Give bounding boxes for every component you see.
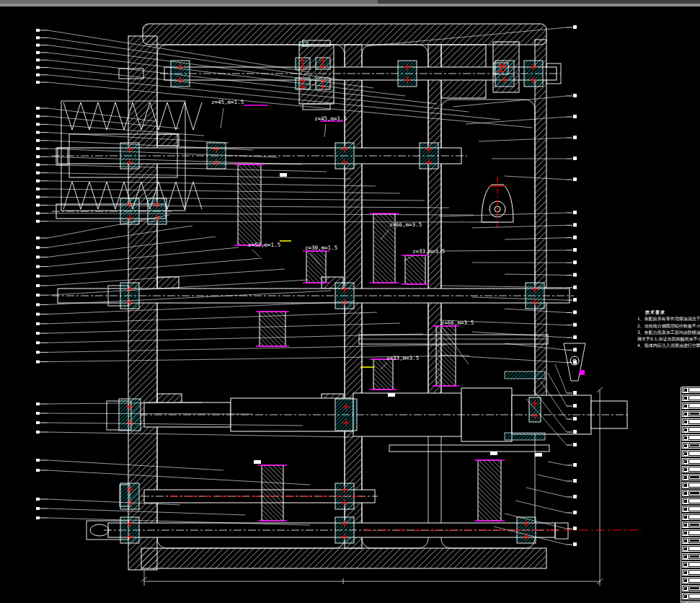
parts-table-text-blob [689,515,700,519]
parts-table-text-blob [689,507,700,511]
parts-table-row [682,521,700,528]
parts-table-item-number [683,483,688,488]
parts-table-row [682,514,700,520]
parts-table-row [682,569,700,576]
gear-spec-annotation: z=33,m=3.5 [386,355,419,361]
parts-table-item-number [683,594,688,599]
parts-table-text-blob [689,459,700,463]
gear-spec-annotation: z=52,m=1.5 [248,242,280,248]
parts-table-item-number [683,554,688,559]
parts-table-item-number [683,395,688,400]
tech-requirement-item: 1、装配前所有零件用煤油清洗干净(滚动轴承用汽油); [637,315,700,322]
cad-application-viewport: z=45,m=1.5z=45,m=1.5z=66,m=3.5z=33,m=3.5… [0,0,700,603]
gear-spec-annotation: z=45,m=1.5 [211,99,244,105]
parts-table-row [682,466,700,472]
gearbox-assembly-drawing[interactable]: z=45,m=1.5z=45,m=1.5z=66,m=3.5z=33,m=3.5… [0,0,700,603]
parts-table-text-blob [689,436,700,439]
parts-table-text-blob [689,483,700,487]
parts-table-text-blob [689,555,700,558]
parts-table-row [682,482,700,488]
parts-table-item-number [683,435,688,440]
parts-table-item-number [683,498,688,503]
parts-table-text-blob [689,396,700,400]
gear-spec-annotation: z=33,m=3.5 [412,248,445,255]
parts-table-text-blob [689,563,700,566]
gears [234,164,505,521]
parts-table-item-number [683,459,688,464]
parts-table-text-blob [689,539,700,542]
parts-table-text-blob [689,523,700,527]
parts-table-row [682,490,700,496]
parts-table-text-blob [689,388,700,392]
parts-table-text-blob [689,412,700,415]
parts-table-item-number [683,506,688,511]
parts-table-row [682,426,700,433]
parts-table-row [682,506,700,512]
parts-table-row [682,474,700,480]
parts-table-text-blob [689,404,700,408]
parts-table-item-number [683,411,688,416]
tech-requirement-item: 4、箱体内应注入润滑油进行空载试验。 [637,342,700,348]
parts-table-row [682,402,700,409]
parts-table-item-number [683,522,688,527]
parts-table-item-number [683,546,688,551]
parts-table-text-blob [689,467,700,471]
parts-table-text-blob [689,491,700,495]
parts-table-row [682,529,700,536]
parts-table-item-number [683,514,688,519]
parts-table-item-number [683,562,688,567]
gear-spec-annotation: z=45,m=1.5 [314,115,347,122]
tech-requirements-title: 技术要求 [645,309,700,315]
tech-requirement-item: 3、各配合面及加工面均涂防锈油调整垫片调整间隙不 [637,329,700,335]
parts-table-text-blob [689,428,700,431]
parts-table-item-number [683,530,688,535]
gear-spec-annotation: z=66,m=3.5 [389,221,422,228]
parts-table-text-blob [689,571,700,574]
parts-table-row [682,442,700,449]
parts-table-text-blob [689,586,700,590]
parts-table-row [682,545,700,552]
parts-table-row [682,434,700,441]
parts-table-text-blob [689,420,700,423]
parts-table-row [682,593,700,599]
parts-table-row [682,458,700,465]
parts-table-item-number [683,586,688,591]
parts-table-row [682,553,700,560]
parts-table-row [682,450,700,457]
parts-table-text-blob [689,499,700,503]
parts-table-item-number [683,538,688,543]
parts-table-text-blob [689,547,700,550]
parts-table-text-blob [689,578,700,582]
parts-table-item-number [683,427,688,432]
parts-table-row [682,410,700,417]
parts-table-item-number [683,403,688,408]
parts-table-item-number [683,490,688,496]
parts-table-text-blob [689,475,700,479]
parts-table-text-blob [689,531,700,534]
parts-table-text-blob [689,444,700,447]
gear-spec-annotation: z=30,m=1.5 [305,245,337,251]
parts-table-row [682,537,700,544]
parts-table-item-number [683,443,688,448]
parts-table-row [682,585,700,591]
gear-spec-annotation: z=66,m=3.5 [441,320,474,326]
parts-table-item-number [683,419,688,424]
parts-list-table [681,387,700,603]
technical-requirements-block: 技术要求 1、装配前所有零件用煤油清洗干净(滚动轴承用汽油);2、齿轮啮合侧隙用… [637,309,700,366]
parts-table-row [682,395,700,401]
tech-requirement-item: 得大于0.1,保证齿面接触斑点不小于规定值; [637,335,700,342]
parts-table-item-number [683,451,688,456]
parts-table-item-number [683,475,688,480]
parts-table-row [682,577,700,584]
parts-table-text-blob [689,452,700,455]
parts-table-row [682,498,700,504]
tech-requirement-item: 2、齿轮啮合侧隙用铅丝检验不小于0.16; [637,322,700,329]
parts-table-item-number [683,387,688,392]
parts-table-row [682,561,700,568]
parts-table-row [682,387,700,393]
parts-table-text-blob [689,594,700,598]
parts-table-item-number [683,467,688,472]
parts-table-item-number [683,578,688,583]
parts-table-row [682,418,700,425]
parts-table-item-number [683,570,688,575]
